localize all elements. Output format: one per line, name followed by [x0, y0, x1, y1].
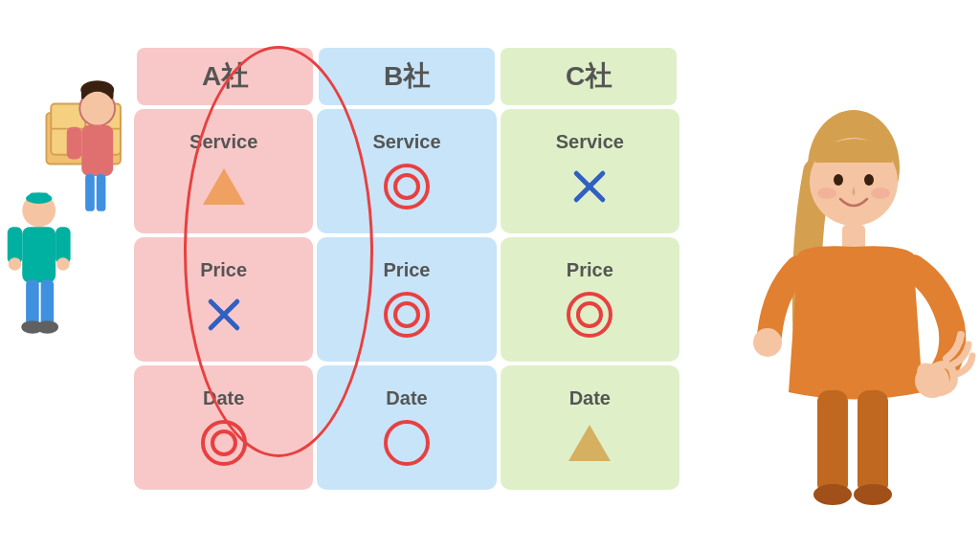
company-a-label: A社 [202, 58, 248, 95]
data-rows: Service Service Service [134, 109, 679, 490]
double-circle-icon [384, 292, 430, 338]
price-b-label: Price [384, 259, 431, 281]
scene: A社 B社 C社 Service Service [0, 0, 980, 551]
triangle-icon [203, 168, 245, 205]
svg-point-33 [753, 328, 782, 357]
svg-rect-13 [41, 280, 55, 326]
date-b-icon-container [381, 417, 433, 469]
company-c-label: C社 [566, 58, 612, 95]
date-b-cell: Date [317, 365, 496, 490]
header-c: C社 [501, 48, 677, 105]
date-a-icon-container [198, 417, 250, 469]
svg-point-28 [864, 174, 874, 186]
comparison-table: A社 B社 C社 Service Service [134, 48, 679, 517]
price-c-icon-container [564, 289, 615, 341]
svg-point-36 [813, 484, 852, 505]
date-c-icon-container [564, 417, 615, 469]
date-a-cell: Date [134, 365, 313, 490]
svg-point-11 [56, 257, 70, 271]
price-b-cell: Price [317, 237, 496, 362]
double-circle-icon [384, 164, 430, 209]
service-b-cell: Service [317, 109, 496, 233]
double-circle-icon [567, 292, 612, 338]
svg-rect-35 [858, 390, 888, 496]
price-a-icon-container [198, 289, 250, 341]
service-a-icon-container [198, 161, 250, 212]
double-circle-icon [201, 420, 247, 466]
price-a-label: Price [200, 259, 247, 281]
svg-rect-6 [30, 192, 48, 200]
service-b-icon-container [381, 161, 433, 212]
header-a: A社 [137, 48, 313, 105]
svg-point-18 [80, 92, 114, 125]
price-a-cell: Price [134, 237, 313, 362]
service-a-label: Service [189, 131, 257, 153]
triangle-icon [568, 425, 611, 461]
service-a-cell: Service [134, 109, 313, 233]
price-b-icon-container [381, 289, 433, 341]
price-row: Price Price Price [134, 237, 679, 362]
service-row: Service Service Service [134, 109, 679, 233]
svg-rect-20 [67, 127, 82, 160]
woman-illustration [712, 77, 980, 517]
svg-rect-21 [97, 127, 112, 160]
date-b-label: Date [386, 387, 427, 409]
svg-point-29 [817, 187, 836, 199]
company-b-label: B社 [384, 58, 430, 95]
header-b: B社 [319, 48, 495, 105]
svg-rect-34 [817, 390, 848, 496]
date-a-label: Date [203, 387, 244, 409]
circle-icon [384, 420, 430, 466]
service-c-label: Service [556, 131, 624, 153]
svg-point-30 [871, 187, 890, 199]
delivery-illustration [0, 57, 148, 421]
x-icon [203, 294, 245, 336]
svg-rect-12 [26, 280, 39, 326]
price-c-label: Price [567, 259, 613, 281]
service-c-cell: Service [501, 109, 679, 233]
svg-rect-23 [97, 174, 106, 211]
service-b-label: Service [372, 131, 440, 153]
svg-rect-22 [85, 174, 95, 211]
x-icon [568, 165, 611, 208]
header-row: A社 B社 C社 [134, 48, 679, 105]
price-c-cell: Price [501, 237, 679, 362]
date-row: Date Date Date [134, 365, 679, 490]
date-c-cell: Date [501, 365, 679, 490]
svg-point-37 [854, 484, 892, 505]
svg-point-27 [834, 174, 843, 186]
svg-point-10 [9, 257, 22, 271]
service-c-icon-container [564, 161, 615, 212]
svg-rect-7 [22, 227, 56, 282]
date-c-label: Date [569, 387, 611, 409]
svg-point-15 [36, 320, 58, 334]
